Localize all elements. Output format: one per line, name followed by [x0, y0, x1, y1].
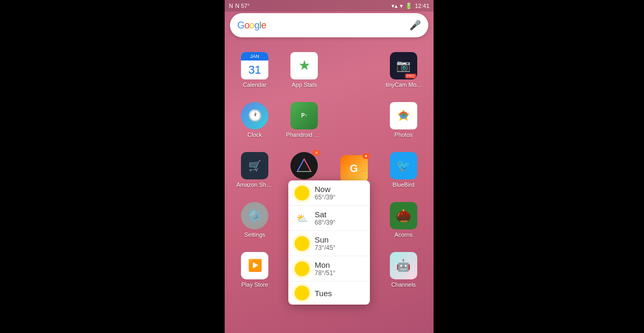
left-bg [0, 0, 225, 333]
appstats-label: App Stats [292, 82, 317, 88]
weather-row-sat[interactable]: ⛅ Sat 68°/39° [288, 206, 370, 231]
mic-icon[interactable]: 🎤 [409, 19, 421, 31]
appstats-icon: ★ [290, 52, 318, 79]
acorns-icon: 🌰 [390, 202, 417, 229]
google-letter-o1: o [245, 20, 250, 31]
weather-info-tues: Tues [315, 289, 332, 298]
prism-svg [295, 157, 313, 175]
sun-icon-mon [295, 261, 309, 276]
sun-icon-tues [295, 286, 309, 300]
svg-line-2 [297, 159, 304, 171]
sun-icon-now [295, 186, 309, 200]
app-clock[interactable]: 🕐 Clock [230, 102, 279, 138]
calendar-date: 31 [241, 60, 268, 79]
weather-row-now[interactable]: Now 65°/39° [288, 180, 370, 206]
weather-day-mon: Mon [315, 260, 336, 269]
app-channels[interactable]: 🤖 Channels [379, 252, 428, 288]
weather-day-now: Now [315, 185, 336, 194]
clock-label: Clock [247, 132, 262, 138]
weather-temp-mon: 78°/51° [315, 269, 336, 277]
photos-svg [395, 107, 412, 124]
sun-icon-sun [295, 236, 309, 251]
app-bluebird[interactable]: 🐦 BlueBird [379, 152, 428, 188]
svg-point-0 [402, 113, 405, 116]
signal-icon: ▾▴ [391, 3, 398, 9]
calendar-icon: JAN 31 [241, 52, 268, 79]
googlenow-badge: ● [363, 153, 370, 159]
weather-popup: Now 65°/39° ⛅ Sat 68°/39° Sun 73°/45° Mo… [288, 180, 370, 305]
weather-info-sat: Sat 68°/39° [315, 210, 336, 226]
clock-icon: 🕐 [241, 102, 268, 129]
phandroid-icon: P↑ [290, 102, 318, 129]
app-amazon[interactable]: 🛒 Amazon Sho... [230, 152, 279, 188]
cloud-icon-sat: ⛅ [295, 211, 309, 226]
calendar-label: Calendar [243, 82, 267, 88]
photos-label: Photos [395, 132, 412, 138]
prism-badge: 4 [313, 150, 320, 156]
app-appstats[interactable]: ★ App Stats [279, 52, 329, 88]
tinycam-icon: 📷 PRO [390, 52, 417, 79]
app-photos[interactable]: Photos [379, 102, 428, 138]
weather-day-tues: Tues [315, 289, 332, 298]
app-calendar[interactable]: JAN 31 Calendar [230, 52, 279, 88]
acorns-label: Acorns [395, 231, 412, 238]
svg-line-3 [304, 159, 311, 171]
app-acorns[interactable]: 🌰 Acorns [379, 202, 428, 238]
playstore-label: Play Store [242, 281, 268, 288]
status-bar: N N 57° ▾▴ ▾ 🔋 12:41 [225, 0, 434, 12]
weather-row-sun[interactable]: Sun 73°/45° [288, 231, 370, 256]
network-icon: N [229, 3, 233, 9]
wifi-icon: ▾ [400, 3, 403, 9]
settings-label: Settings [244, 231, 265, 238]
app-playstore[interactable]: ▶️ Play Store [230, 252, 279, 288]
google-letter-g2: g [255, 20, 260, 31]
svg-marker-1 [297, 159, 311, 171]
weather-temp-now: 65°/39° [315, 194, 336, 201]
amazon-icon: 🛒 [241, 152, 268, 179]
bluebird-label: BlueBird [393, 181, 415, 188]
app-settings[interactable]: ⚙️ Settings [230, 202, 279, 238]
weather-row-mon[interactable]: Mon 78°/51° [288, 256, 370, 281]
channels-label: Channels [391, 281, 416, 288]
phandroid-label: Phandroid N... [286, 132, 323, 138]
status-left: N N 57° [229, 3, 250, 9]
status-right: ▾▴ ▾ 🔋 12:41 [391, 3, 429, 9]
weather-info-sun: Sun 73°/45° [315, 235, 336, 251]
weather-day-sat: Sat [315, 210, 336, 219]
google-logo: Google [237, 20, 266, 31]
weather-day-sun: Sun [315, 235, 336, 244]
playstore-icon: ▶️ [241, 252, 268, 279]
battery-icon: 🔋 [405, 3, 412, 9]
channels-icon: 🤖 [390, 252, 417, 279]
temperature-display: N 57° [235, 3, 250, 9]
bluebird-icon: 🐦 [390, 152, 417, 179]
tinycam-label: tinyCam Mo... [386, 82, 421, 88]
weather-temp-sun: 73°/45° [315, 244, 336, 251]
amazon-label: Amazon Sho... [236, 181, 273, 188]
photos-icon [390, 102, 417, 129]
googlenow-icon: G ● [340, 155, 368, 183]
right-bg [434, 0, 644, 333]
app-phandroid[interactable]: P↑ Phandroid N... [279, 102, 329, 138]
weather-temp-sat: 68°/39° [315, 219, 336, 226]
google-letter-o2: o [249, 20, 255, 31]
prism-icon: 4 [290, 152, 318, 179]
weather-info-mon: Mon 78°/51° [315, 260, 336, 277]
time-display: 12:41 [415, 3, 429, 9]
app-tinycam[interactable]: 📷 PRO tinyCam Mo... [379, 52, 428, 88]
star-icon: ★ [298, 57, 310, 74]
calendar-month: JAN [241, 52, 268, 60]
google-letter-e: e [261, 20, 267, 31]
google-letter-g: G [237, 20, 245, 31]
weather-info-now: Now 65°/39° [315, 185, 336, 201]
weather-row-tues[interactable]: Tues [288, 281, 370, 305]
google-search-bar[interactable]: Google 🎤 [230, 13, 428, 37]
settings-icon: ⚙️ [241, 202, 268, 229]
